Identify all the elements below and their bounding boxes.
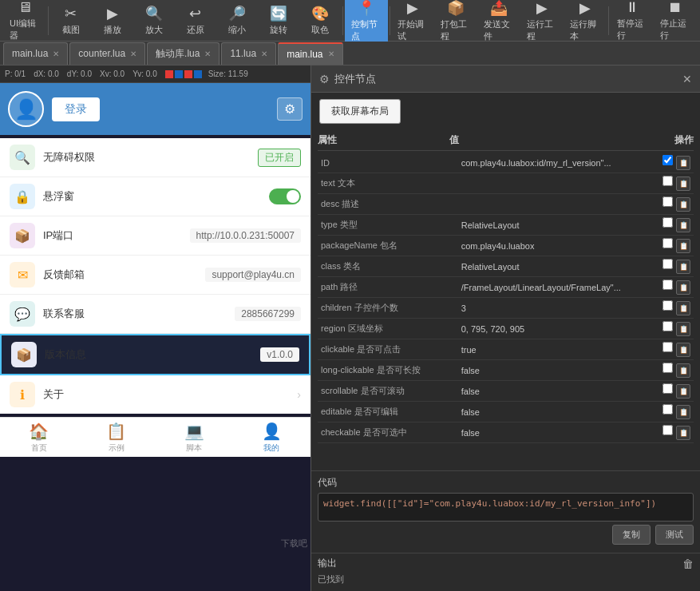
prop-actions-10: 📋 bbox=[648, 360, 694, 381]
prop-copy-btn-4[interactable]: 📋 bbox=[676, 239, 690, 253]
menu-item-accessibility[interactable]: 🔍 无障碍权限 已开启 bbox=[0, 138, 310, 177]
menu-item-ip-port[interactable]: 📦 IP端口 http://10.0.0.231:50007 bbox=[0, 216, 310, 256]
panel-close-button[interactable]: ✕ bbox=[682, 73, 692, 85]
nav-scripts[interactable]: 💻 脚本 bbox=[156, 418, 233, 457]
prop-row-0: IDcom.play4u.luabox:id/my_rl_version"...… bbox=[318, 153, 694, 173]
output-clear-button[interactable]: 🗑 bbox=[682, 557, 694, 570]
toolbar-stop[interactable]: ⏹ 停止运行 bbox=[654, 0, 697, 42]
prop-copy-btn-6[interactable]: 📋 bbox=[676, 280, 690, 295]
nav-mine[interactable]: 👤 我的 bbox=[233, 418, 310, 457]
prop-copy-btn-10[interactable]: 📋 bbox=[676, 363, 690, 378]
prop-copy-btn-12[interactable]: 📋 bbox=[676, 405, 690, 419]
menu-item-about[interactable]: ℹ 关于 › bbox=[0, 375, 310, 414]
toolbar-zoom-out[interactable]: 🔎 缩小 bbox=[216, 0, 258, 42]
prop-value-5: RelativeLayout bbox=[458, 256, 648, 277]
scissors-icon: ✂ bbox=[65, 5, 77, 22]
tab-close-main[interactable]: ✕ bbox=[53, 50, 59, 58]
prop-checkbox-12[interactable] bbox=[662, 404, 673, 414]
toolbar-play[interactable]: ▶ 播放 bbox=[92, 0, 133, 42]
prop-checkbox-9[interactable] bbox=[662, 342, 673, 352]
prop-row-1: text 文本📋 bbox=[318, 173, 694, 194]
prop-row-13: checkable 是否可选中false📋 bbox=[318, 422, 694, 443]
prop-checkbox-3[interactable] bbox=[662, 217, 673, 228]
prop-copy-btn-8[interactable]: 📋 bbox=[676, 322, 690, 336]
prop-copy-btn-0[interactable]: 📋 bbox=[676, 156, 690, 170]
login-button[interactable]: 登录 bbox=[52, 97, 100, 121]
prop-actions-3: 📋 bbox=[648, 215, 694, 236]
prop-value-1 bbox=[458, 173, 648, 194]
panel-header: ⚙ 控件节点 ✕ bbox=[311, 65, 700, 93]
prop-checkbox-11[interactable] bbox=[662, 383, 673, 394]
toolbar-start-debug[interactable]: ▶ 开始调试 bbox=[391, 0, 434, 42]
customer-service-icon: 💬 bbox=[10, 301, 35, 327]
nav-home[interactable]: 🏠 首页 bbox=[0, 418, 77, 457]
prop-value-13: false bbox=[458, 422, 648, 443]
prop-checkbox-4[interactable] bbox=[662, 238, 673, 248]
tab-close-counter[interactable]: ✕ bbox=[130, 50, 136, 58]
settings-button[interactable]: ⚙ bbox=[277, 97, 303, 121]
prop-row-2: desc 描述📋 bbox=[318, 194, 694, 215]
toolbar-control-node[interactable]: 📍 控制节点 bbox=[345, 0, 388, 42]
prop-checkbox-13[interactable] bbox=[662, 425, 673, 435]
prop-name-0: ID bbox=[318, 153, 458, 173]
test-button[interactable]: 测试 bbox=[655, 525, 694, 545]
prop-checkbox-1[interactable] bbox=[662, 176, 673, 186]
prop-copy-btn-11[interactable]: 📋 bbox=[676, 384, 690, 399]
nav-examples[interactable]: 📋 示例 bbox=[77, 418, 155, 457]
tab-counter-lua[interactable]: counter.lua ✕ bbox=[69, 42, 145, 65]
get-layout-btn[interactable]: 获取屏幕布局 bbox=[319, 99, 401, 124]
mine-icon: 👤 bbox=[262, 422, 282, 441]
toolbar-pause[interactable]: ⏸ 暂停运行 bbox=[611, 0, 654, 42]
toolbar-restore[interactable]: ↩ 还原 bbox=[175, 0, 216, 42]
prop-checkbox-7[interactable] bbox=[662, 300, 673, 311]
toolbar-package[interactable]: 📦 打包工程 bbox=[434, 0, 477, 42]
tab-main-lua-2[interactable]: main.lua ✕ bbox=[278, 42, 342, 65]
tab-close-touchlib[interactable]: ✕ bbox=[204, 50, 211, 58]
tab-main-lua[interactable]: main.lua ✕ bbox=[3, 42, 68, 65]
send-file-icon: 📤 bbox=[490, 0, 508, 17]
code-actions: 复制 测试 bbox=[318, 525, 694, 545]
float-window-toggle[interactable] bbox=[269, 188, 301, 204]
prop-copy-btn-3[interactable]: 📋 bbox=[676, 218, 690, 232]
prop-copy-btn-5[interactable]: 📋 bbox=[676, 260, 690, 274]
prop-value-8: 0, 795, 720, 905 bbox=[458, 319, 648, 339]
prop-value-11: false bbox=[458, 381, 648, 402]
stop-icon: ⏹ bbox=[668, 0, 682, 16]
prop-copy-btn-2[interactable]: 📋 bbox=[676, 197, 690, 212]
copy-button[interactable]: 复制 bbox=[612, 525, 651, 545]
prop-name-10: long-clickable 是否可长按 bbox=[318, 360, 458, 381]
prop-copy-btn-7[interactable]: 📋 bbox=[676, 301, 690, 315]
feedback-value: support@play4u.cn bbox=[205, 268, 301, 282]
menu-item-version[interactable]: 📦 版本信息 v1.0.0 bbox=[0, 334, 310, 375]
prop-checkbox-6[interactable] bbox=[662, 280, 673, 290]
prop-copy-btn-1[interactable]: 📋 bbox=[676, 177, 690, 191]
ui-editor-icon: 🖥 bbox=[18, 0, 32, 16]
prop-checkbox-8[interactable] bbox=[662, 321, 673, 331]
zoom-out-icon: 🔎 bbox=[228, 5, 246, 22]
menu-item-feedback[interactable]: ✉ 反馈邮箱 support@play4u.cn bbox=[0, 256, 310, 295]
tab-close-11[interactable]: ✕ bbox=[261, 50, 267, 58]
phone-screen: 👤 登录 ⚙ 🔍 无障碍权限 已开启 🔒 悬浮窗 bbox=[0, 83, 310, 591]
prop-checkbox-10[interactable] bbox=[662, 363, 673, 373]
tab-11-lua[interactable]: 11.lua ✕ bbox=[221, 42, 276, 65]
toolbar-screenshot[interactable]: ✂ 截图 bbox=[50, 0, 92, 42]
prop-checkbox-0[interactable] bbox=[662, 155, 673, 165]
prop-checkbox-5[interactable] bbox=[662, 259, 673, 269]
prop-copy-btn-9[interactable]: 📋 bbox=[676, 343, 690, 357]
tab-close-main2[interactable]: ✕ bbox=[328, 50, 334, 58]
toolbar-rotate[interactable]: 🔄 旋转 bbox=[258, 0, 299, 42]
toolbar-run-project[interactable]: ▶ 运行工程 bbox=[520, 0, 564, 42]
toolbar-zoom-in[interactable]: 🔍 放大 bbox=[133, 0, 175, 42]
prop-name-5: class 类名 bbox=[318, 256, 458, 277]
menu-item-customer-service[interactable]: 💬 联系客服 2885667299 bbox=[0, 295, 310, 334]
prop-copy-btn-13[interactable]: 📋 bbox=[676, 426, 690, 440]
toolbar-send-file[interactable]: 📤 发送文件 bbox=[477, 0, 520, 42]
tab-touchlib-lua[interactable]: 触动库.lua ✕ bbox=[147, 42, 219, 65]
prop-checkbox-2[interactable] bbox=[662, 196, 673, 207]
toolbar-color-pick[interactable]: 🎨 取色 bbox=[299, 0, 341, 42]
menu-item-float-window[interactable]: 🔒 悬浮窗 bbox=[0, 177, 310, 216]
toolbar-run-script[interactable]: ▶ 运行脚本 bbox=[564, 0, 607, 42]
prop-name-4: packageName 包名 bbox=[318, 236, 458, 256]
toolbar-ui-editor[interactable]: 🖥 UI编辑器 bbox=[3, 0, 46, 42]
code-section: 代码 widget.find([["id"]="com.play4u.luabo… bbox=[311, 470, 700, 553]
